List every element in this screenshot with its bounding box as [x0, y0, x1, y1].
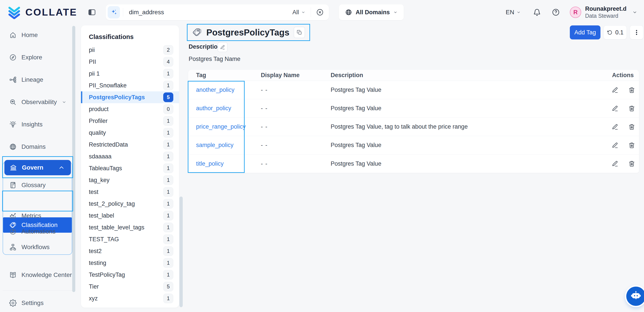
- chat-assistant-button[interactable]: [626, 286, 644, 306]
- classification-list-item[interactable]: TEST_TAG 1: [81, 233, 179, 245]
- edit-icon[interactable]: [612, 87, 618, 93]
- classification-list-item[interactable]: quality 1: [81, 127, 179, 139]
- classification-list-item[interactable]: Profiler 1: [81, 115, 179, 127]
- version-history-icon: [607, 30, 613, 36]
- classification-list-item[interactable]: test2 1: [81, 245, 179, 257]
- tag-link[interactable]: price_range_policy: [196, 123, 246, 130]
- chevron-up-icon: [58, 164, 65, 171]
- help-icon[interactable]: [552, 8, 560, 16]
- delete-trash-icon[interactable]: [628, 124, 635, 130]
- tag-link[interactable]: title_policy: [196, 160, 224, 167]
- robot-icon: [630, 290, 642, 302]
- user-menu-chevron-icon[interactable]: [632, 10, 638, 15]
- search-input[interactable]: dim_address: [129, 9, 292, 16]
- chevron-down-icon[interactable]: [62, 100, 66, 104]
- classification-list-item[interactable]: PostgresPolicyTags 5: [81, 91, 179, 103]
- sidebar-item-workflows[interactable]: Workflows: [3, 240, 72, 254]
- classification-list-item[interactable]: test_table_level_tags 1: [81, 222, 179, 233]
- classification-name: product: [89, 106, 163, 113]
- collate-logo[interactable]: COLLATE: [8, 6, 77, 19]
- sidebar-item-insights[interactable]: Insights: [0, 117, 72, 132]
- sidebar-item-observability[interactable]: Observability: [0, 94, 72, 110]
- count-badge: 1: [163, 152, 173, 161]
- classification-list-item[interactable]: tag_key 1: [81, 174, 179, 186]
- classification-list-item[interactable]: pii 1 1: [81, 68, 179, 80]
- language-selector[interactable]: EN: [506, 9, 521, 16]
- avatar[interactable]: R: [570, 7, 581, 18]
- classification-list-item[interactable]: sdaaaaa 1: [81, 150, 179, 162]
- all-domains-dropdown[interactable]: All Domains: [339, 5, 404, 20]
- tag-link[interactable]: sample_policy: [196, 142, 234, 148]
- classification-list-item[interactable]: RestrictedData 1: [81, 139, 179, 150]
- description-cell: Postgres Tag Value: [331, 105, 582, 112]
- sidebar-item-glossary[interactable]: Glossary: [3, 178, 72, 192]
- tag-link[interactable]: author_policy: [196, 105, 231, 111]
- classification-list-item[interactable]: PII 4: [81, 56, 179, 68]
- edit-icon[interactable]: [612, 142, 618, 148]
- classification-list-item[interactable]: PII_Snowflake 1: [81, 80, 179, 91]
- classification-list-item[interactable]: TestPolicyTag 1: [81, 269, 179, 281]
- sidebar-item-lineage[interactable]: Lineage: [0, 72, 72, 87]
- delete-trash-icon[interactable]: [628, 105, 635, 112]
- delete-trash-icon[interactable]: [628, 87, 635, 93]
- classification-list-item[interactable]: test 1: [81, 186, 179, 198]
- classification-list-item[interactable]: Tier 5: [81, 281, 179, 292]
- edit-description-button[interactable]: [218, 42, 228, 52]
- sidebar-scrollbar[interactable]: [72, 26, 75, 292]
- classification-list-item[interactable]: TableauTags 1: [81, 162, 179, 174]
- classifications-scrollbar[interactable]: [180, 197, 183, 307]
- pencil-icon: [220, 45, 225, 50]
- sidebar-item-metrics[interactable]: Metrics: [3, 209, 72, 223]
- copy-button[interactable]: [294, 27, 305, 38]
- more-options-button[interactable]: [630, 26, 643, 40]
- classification-list-item[interactable]: pii 2: [81, 44, 179, 56]
- notifications-bell-icon[interactable]: [533, 8, 541, 16]
- count-badge: 1: [163, 246, 173, 256]
- classification-list-item[interactable]: test_2_policy_tag 1: [81, 198, 179, 210]
- classification-list-item[interactable]: test_label 1: [81, 210, 179, 222]
- classification-name: test_2_policy_tag: [89, 201, 163, 207]
- sidebar-item-automations[interactable]: Automations: [3, 225, 72, 239]
- description-cell: Postgres Tag Value: [331, 87, 582, 93]
- sidebar-item-settings[interactable]: Settings: [0, 295, 72, 311]
- count-badge: 1: [163, 211, 173, 220]
- description-cell: Postgres Tag Value: [331, 160, 582, 167]
- edit-icon[interactable]: [612, 160, 618, 167]
- clear-search-icon[interactable]: [316, 9, 324, 16]
- version-button[interactable]: 0.1: [604, 26, 627, 40]
- edit-icon[interactable]: [612, 124, 618, 130]
- sidebar-item-domains[interactable]: Domains: [0, 139, 72, 154]
- delete-trash-icon[interactable]: [628, 160, 635, 167]
- sidebar-item-home[interactable]: Home: [0, 27, 72, 43]
- divider: [311, 8, 311, 17]
- display-name-cell: - -: [261, 160, 331, 167]
- table-row: price_range_policy - - Postgres Tag Valu…: [188, 118, 639, 136]
- description-cell: Postgres Tag Value, tag to talk about th…: [331, 123, 582, 130]
- classification-name: pii: [89, 47, 163, 54]
- search-scope-dropdown[interactable]: All: [292, 9, 306, 16]
- classification-list-item[interactable]: testing 1: [81, 257, 179, 269]
- ai-sparkle-icon[interactable]: [108, 6, 120, 19]
- sidebar-item-explore[interactable]: Explore: [0, 50, 72, 65]
- glossary-book-icon: [9, 181, 17, 189]
- classifications-panel: Classifications pii 2 PII 4 pii 1 1 PII_…: [81, 26, 179, 307]
- global-search[interactable]: dim_address All: [106, 5, 329, 20]
- divider: [123, 8, 123, 17]
- sidebar-item-govern[interactable]: Govern: [4, 160, 71, 175]
- count-badge: 1: [163, 69, 173, 78]
- classification-name: tag_key: [89, 177, 163, 184]
- edit-icon[interactable]: [612, 105, 618, 112]
- tag-link[interactable]: another_policy: [196, 87, 234, 93]
- add-tag-button[interactable]: Add Tag: [570, 26, 600, 40]
- chevron-down-icon: [516, 10, 521, 15]
- sidebar-item-knowledge-center[interactable]: Knowledge Center: [0, 267, 72, 283]
- delete-trash-icon[interactable]: [628, 142, 635, 148]
- display-name-cell: - -: [261, 123, 331, 130]
- count-badge: 1: [163, 199, 173, 209]
- user-profile[interactable]: R Rounakpreet.d Data Steward: [570, 5, 626, 20]
- tags-table: Tag Display Name Description Actions ano…: [188, 70, 639, 173]
- description-cell: Postgres Tag Value: [331, 142, 582, 148]
- sidebar-toggle-icon[interactable]: [88, 8, 96, 17]
- classification-list-item[interactable]: xyz 1: [81, 292, 179, 304]
- classification-list-item[interactable]: product 0: [81, 103, 179, 115]
